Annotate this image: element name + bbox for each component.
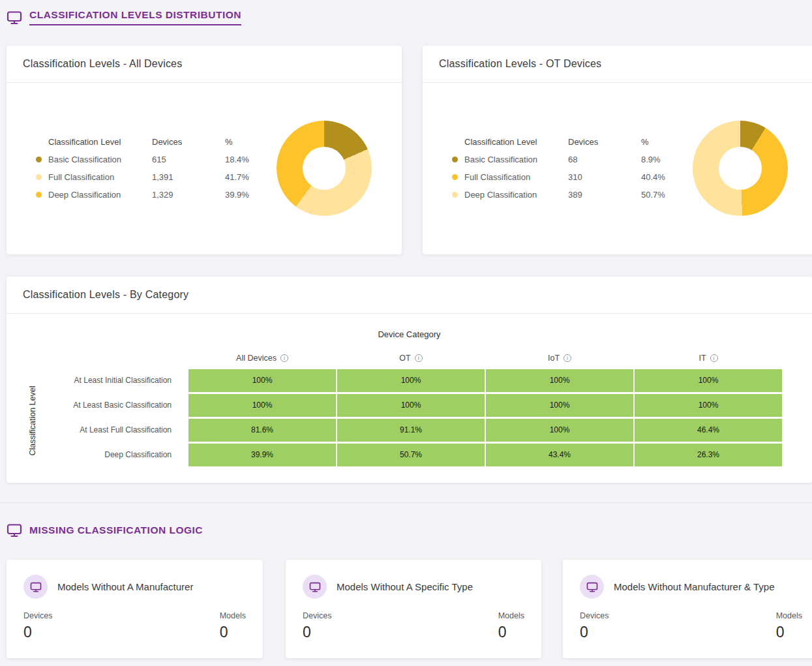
legend-devices: 68: [568, 155, 641, 164]
heatmap-cell[interactable]: 50.7%: [337, 444, 485, 466]
devices-label: Devices: [580, 611, 609, 620]
monitor-icon: [303, 575, 327, 599]
card-title: Models Without Manufacturer & Type: [614, 581, 775, 592]
donut-chart-all-devices[interactable]: [277, 121, 372, 216]
legend-dot-basic: [36, 157, 42, 162]
legend-pct: 50.7%: [641, 190, 678, 200]
legend-devices: 310: [568, 172, 641, 182]
legend-col-devices: Devices: [152, 137, 225, 147]
heatmap-cell[interactable]: 100%: [635, 394, 782, 417]
column-label: All Devices: [236, 354, 277, 363]
donut-chart-ot-devices[interactable]: [693, 121, 788, 216]
devices-value: 0: [580, 624, 609, 641]
heatmap-cell[interactable]: 100%: [337, 394, 485, 417]
card-models-without-manufacturer-and-type[interactable]: Models Without Manufacturer & Type Devic…: [563, 560, 812, 658]
legend-col-level: Classification Level: [464, 137, 568, 147]
legend-label: Basic Classification: [464, 155, 568, 164]
legend-header-row: Classification Level Devices %: [36, 133, 262, 151]
legend-label: Full Classification: [464, 172, 568, 182]
legend-ot-devices: Classification Level Devices % Basic Cla…: [452, 133, 678, 204]
models-value: 0: [498, 624, 524, 641]
heatmap-x-axis-title: Device Category: [7, 329, 812, 339]
legend-row-full[interactable]: Full Classification 1,391 41.7%: [36, 168, 262, 186]
column-header-all-devices: All Devicesi: [188, 348, 337, 368]
legend-row-full[interactable]: Full Classification 310 40.4%: [452, 168, 678, 186]
column-label: OT: [399, 354, 410, 363]
legend-devices: 615: [152, 155, 225, 164]
legend-col-level: Classification Level: [48, 137, 152, 147]
legend-row-basic[interactable]: Basic Classification 68 8.9%: [452, 151, 678, 168]
legend-devices: 1,329: [152, 190, 225, 200]
section-header-distribution: CLASSIFICATION LEVELS DISTRIBUTION: [7, 9, 241, 25]
legend-dot-full: [36, 174, 42, 180]
column-header-iot: IoTi: [485, 348, 634, 368]
section-divider: [0, 502, 812, 503]
heatmap-cell[interactable]: 100%: [635, 369, 782, 392]
card-models-without-type[interactable]: Models Without A Specific Type Devices 0…: [286, 560, 541, 658]
card-title-all-devices: Classification Levels - All Devices: [7, 46, 402, 83]
models-label: Models: [776, 611, 802, 620]
card-title-by-category: Classification Levels - By Category: [7, 277, 812, 314]
monitor-icon: [580, 575, 604, 599]
legend-label: Basic Classification: [48, 155, 152, 164]
card-title: Models Without A Specific Type: [337, 581, 473, 592]
heatmap-cell[interactable]: 39.9%: [188, 444, 336, 466]
legend-dot-basic: [452, 157, 458, 162]
legend-dot-deep: [452, 192, 458, 198]
info-icon[interactable]: i: [415, 354, 423, 362]
legend-col-pct: %: [225, 137, 262, 147]
info-icon[interactable]: i: [280, 354, 288, 362]
legend-col-devices: Devices: [568, 137, 641, 147]
devices-value: 0: [303, 624, 331, 641]
legend-row-basic[interactable]: Basic Classification 615 18.4%: [36, 151, 262, 168]
heatmap-cell[interactable]: 100%: [188, 369, 336, 392]
legend-label: Deep Classification: [464, 190, 568, 200]
models-value: 0: [220, 624, 246, 641]
devices-value: 0: [23, 624, 52, 641]
devices-stat: Devices 0: [303, 611, 331, 641]
info-icon[interactable]: i: [564, 354, 571, 362]
devices-stat: Devices 0: [23, 611, 52, 641]
legend-label: Full Classification: [48, 172, 152, 182]
card-title-ot-devices: Classification Levels - OT Devices: [423, 46, 812, 83]
legend-dot-full: [452, 174, 458, 180]
legend-pct: 8.9%: [641, 155, 678, 164]
legend-row-deep[interactable]: Deep Classification 389 50.7%: [452, 186, 678, 204]
legend-label: Deep Classification: [48, 190, 152, 200]
legend-row-deep[interactable]: Deep Classification 1,329 39.9%: [36, 186, 262, 204]
devices-stat: Devices 0: [580, 611, 609, 641]
column-label: IT: [699, 354, 706, 363]
legend-devices: 389: [568, 190, 641, 200]
legend-dot-deep: [36, 192, 42, 198]
card-all-devices: Classification Levels - All Devices Clas…: [7, 46, 402, 254]
card-models-without-manufacturer[interactable]: Models Without A Manufacturer Devices 0 …: [7, 560, 263, 658]
legend-header-row: Classification Level Devices %: [452, 133, 678, 151]
models-label: Models: [220, 611, 246, 620]
heatmap-cell[interactable]: 100%: [486, 369, 633, 392]
legend-pct: 39.9%: [225, 190, 262, 200]
models-stat: Models 0: [776, 611, 802, 641]
heatmap-cell[interactable]: 100%: [486, 419, 633, 442]
info-icon[interactable]: i: [710, 354, 718, 362]
heatmap-cell[interactable]: 43.4%: [486, 444, 633, 466]
legend-pct: 18.4%: [225, 155, 262, 164]
heatmap-cell[interactable]: 100%: [486, 394, 633, 417]
heatmap-cell[interactable]: 100%: [188, 394, 336, 417]
heatmap-cell[interactable]: 26.3%: [635, 444, 782, 466]
heatmap-cell[interactable]: 100%: [337, 369, 485, 392]
legend-col-pct: %: [641, 137, 678, 147]
devices-label: Devices: [303, 611, 331, 620]
models-stat: Models 0: [220, 611, 246, 641]
section-title-missing: MISSING CLASSIFICATION LOGIC: [29, 524, 203, 536]
donut-hole: [303, 147, 346, 190]
legend-pct: 41.7%: [225, 172, 262, 182]
card-by-category: Classification Levels - By Category Devi…: [7, 277, 812, 483]
donut-hole: [719, 147, 762, 190]
column-header-ot: OTi: [337, 348, 485, 368]
heatmap-cell[interactable]: 46.4%: [635, 419, 782, 442]
monitor-icon: [23, 575, 48, 599]
heatmap-cell[interactable]: 91.1%: [337, 419, 485, 442]
heatmap-cell[interactable]: 81.6%: [188, 419, 336, 442]
section-header-missing: MISSING CLASSIFICATION LOGIC: [7, 522, 203, 538]
heatmap-grid: All Devicesi OTi IoTi ITi At Least Initi…: [7, 348, 783, 467]
